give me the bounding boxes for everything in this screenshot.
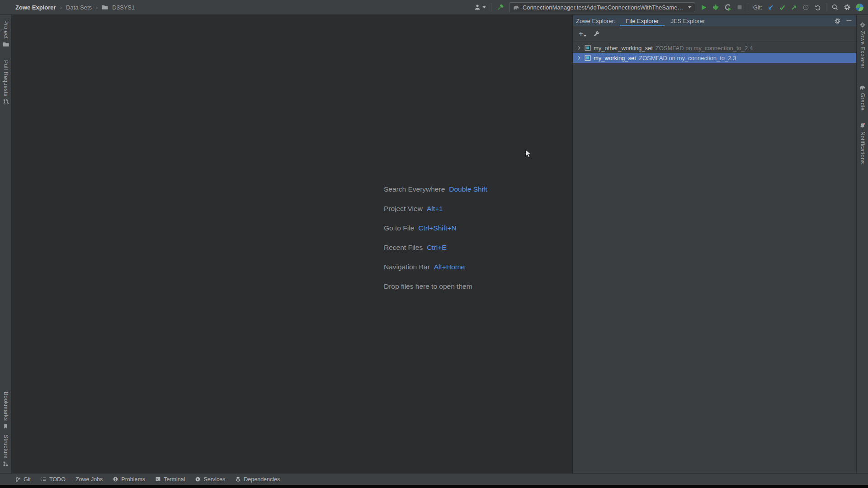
problems-icon	[113, 476, 118, 482]
settings-wrench-button[interactable]	[593, 30, 600, 37]
drop-files-hint: Drop files here to open them	[384, 282, 487, 291]
bottom-item-terminal[interactable]: Terminal	[155, 476, 185, 483]
sidebar-item-bookmarks[interactable]: Bookmarks	[3, 389, 9, 432]
stripe-item-zowe-explorer[interactable]: Zowe Explorer	[859, 19, 866, 71]
working-set-icon	[585, 45, 591, 51]
expand-chevron-icon[interactable]	[576, 45, 582, 51]
shortcut-row: Project View Alt+1	[384, 204, 487, 213]
shortcut-row: Search Everywhere Double Shift	[384, 185, 487, 194]
git-update-button[interactable]	[767, 4, 774, 11]
user-account-button[interactable]	[474, 4, 486, 11]
stop-button[interactable]	[736, 4, 743, 10]
toolwindow-minimize-button[interactable]	[846, 18, 852, 23]
working-sets-tree: my_other_working_set ZOSMFAD on my_conne…	[573, 43, 856, 63]
working-set-icon	[585, 55, 591, 61]
zowe-icon	[859, 21, 866, 28]
dependencies-layers-icon	[235, 476, 241, 482]
add-working-set-button[interactable]: +	[579, 30, 586, 37]
sidebar-item-pull-requests[interactable]: Pull Requests	[3, 57, 9, 108]
todo-list-icon	[41, 476, 47, 482]
git-label: Git:	[753, 4, 762, 11]
build-hammer-button[interactable]	[496, 4, 504, 11]
bottom-item-git[interactable]: Git	[15, 476, 31, 483]
working-set-name: my_other_working_set	[594, 45, 653, 52]
project-folder-icon	[3, 41, 9, 47]
run-with-coverage-button[interactable]	[724, 4, 731, 11]
git-push-button[interactable]	[791, 4, 797, 11]
editor-shortcuts-hint: Search Everywhere Double Shift Project V…	[384, 185, 487, 291]
run-button[interactable]	[700, 4, 707, 11]
search-everywhere-button[interactable]	[831, 4, 839, 11]
shortcut-row: Recent Files Ctrl+E	[384, 243, 487, 252]
settings-gear-button[interactable]	[844, 4, 851, 11]
notification-bell-icon	[859, 122, 866, 129]
bottom-item-todo[interactable]: TODO	[41, 476, 66, 483]
rollback-button[interactable]	[814, 4, 821, 11]
bookmark-icon	[3, 423, 9, 429]
sidebar-item-project[interactable]: Project	[3, 18, 9, 50]
tab-jes-explorer[interactable]: JES Explorer	[665, 15, 711, 26]
working-set-detail: ZOSMFAD on my_connection_to_2.4	[656, 45, 753, 52]
bottom-item-dependencies[interactable]: Dependencies	[235, 476, 280, 483]
toolwindow-options-gear-button[interactable]	[834, 18, 841, 24]
shortcut-row: Navigation Bar Alt+Home	[384, 263, 487, 272]
working-set-detail: ZOSMFAD on my_connection_to_2.3	[639, 55, 736, 61]
chevron-down-icon	[584, 35, 586, 37]
git-commit-button[interactable]	[779, 4, 786, 11]
gradle-icon	[513, 4, 519, 11]
folder-icon	[102, 4, 108, 10]
pull-request-icon	[3, 99, 9, 105]
toolbar-separator	[748, 3, 748, 11]
window-bottom-edge	[0, 485, 868, 488]
main-toolbar: Zowe Explorer › Data Sets › D3SYS1 Conne…	[0, 0, 868, 15]
debug-button[interactable]	[712, 4, 719, 11]
tree-row-working-set[interactable]: my_other_working_set ZOSMFAD on my_conne…	[573, 43, 856, 53]
toolwindow-toolbar: +	[573, 26, 856, 42]
chevron-down-icon	[482, 6, 486, 9]
bottom-item-services[interactable]: Services	[195, 476, 225, 483]
zowe-explorer-toolwindow: Zowe Explorer: File Explorer JES Explore…	[572, 15, 856, 473]
toolbar-separator	[826, 3, 826, 11]
terminal-icon	[155, 476, 161, 482]
breadcrumb-datasets[interactable]: Data Sets	[66, 4, 92, 11]
sidebar-item-structure[interactable]: Structure	[3, 432, 9, 469]
breadcrumb-root[interactable]: Zowe Explorer	[15, 4, 56, 11]
stripe-item-notifications[interactable]: Notifications	[859, 120, 866, 167]
bottom-item-problems[interactable]: Problems	[113, 476, 145, 483]
breadcrumb-separator-icon: ›	[96, 4, 98, 11]
structure-icon	[3, 461, 9, 467]
breadcrumb-separator-icon: ›	[60, 4, 62, 11]
run-configuration-select[interactable]: ConnectionManager.testAddTwoConnectionsW…	[509, 2, 695, 12]
services-icon	[195, 476, 201, 482]
expand-chevron-icon[interactable]	[576, 55, 582, 61]
stripe-item-gradle[interactable]: Gradle	[859, 81, 866, 113]
breadcrumb: Zowe Explorer › Data Sets › D3SYS1	[15, 4, 135, 11]
tree-row-working-set-selected[interactable]: my_working_set ZOSMFAD on my_connection_…	[573, 53, 856, 63]
right-toolwindow-stripe: Zowe Explorer Gradle Notifications	[856, 15, 868, 473]
bottom-item-zowe-jobs[interactable]: Zowe Jobs	[75, 476, 103, 483]
breadcrumb-leaf[interactable]: D3SYS1	[112, 4, 135, 11]
chevron-down-icon	[688, 6, 692, 9]
editor-empty-area: Search Everywhere Double Shift Project V…	[12, 15, 572, 473]
shortcut-row: Go to File Ctrl+Shift+N	[384, 224, 487, 233]
toolwindow-header: Zowe Explorer: File Explorer JES Explore…	[573, 15, 856, 26]
local-history-button[interactable]	[802, 4, 809, 11]
git-branch-icon	[15, 476, 21, 482]
tab-file-explorer[interactable]: File Explorer	[620, 15, 665, 26]
working-set-name: my_working_set	[594, 55, 636, 61]
left-toolwindow-stripe: Project Pull Requests Bookmarks Structur…	[0, 15, 12, 473]
bottom-toolwindow-bar: Git TODO Zowe Jobs Problems Terminal Ser…	[0, 473, 868, 485]
toolwindow-title: Zowe Explorer:	[573, 15, 620, 26]
gradle-icon	[859, 84, 866, 91]
run-configuration-value: ConnectionManager.testAddTwoConnectionsW…	[523, 4, 684, 11]
toolbar-separator	[491, 3, 491, 11]
ide-profile-icon[interactable]	[856, 4, 863, 11]
